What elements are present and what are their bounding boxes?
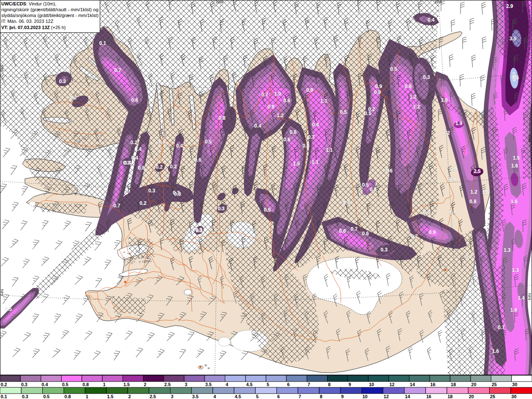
svg-text:20W: 20W: [216, 0, 224, 4]
svg-text:0.4: 0.4: [131, 155, 138, 161]
svg-text:1.6: 1.6: [511, 199, 518, 204]
svg-text:0.9: 0.9: [429, 229, 436, 235]
svg-text:0.2: 0.2: [368, 106, 375, 112]
svg-text:6: 6: [287, 382, 290, 387]
svg-text:66N: 66N: [527, 135, 532, 142]
svg-text:4.5: 4.5: [512, 75, 519, 81]
svg-text:8: 8: [320, 394, 323, 399]
svg-text:0.3: 0.3: [22, 394, 28, 399]
svg-text:0.5: 0.5: [340, 109, 347, 115]
svg-text:0.6: 0.6: [339, 228, 346, 234]
svg-text:25: 25: [492, 382, 497, 387]
svg-text:64N: 64N: [0, 289, 4, 296]
svg-text:0.6: 0.6: [283, 137, 291, 143]
svg-text:0.4: 0.4: [124, 160, 131, 166]
svg-text:0.2: 0.2: [1, 382, 7, 387]
svg-text:0.9: 0.9: [375, 84, 382, 89]
svg-text:16: 16: [426, 394, 431, 399]
svg-text:12: 12: [389, 382, 394, 387]
svg-text:0.4: 0.4: [42, 382, 48, 387]
svg-text:1.0: 1.0: [449, 209, 456, 215]
svg-text:0.8: 0.8: [405, 84, 412, 89]
svg-text:1.3: 1.3: [512, 267, 519, 273]
svg-text:0.2: 0.2: [131, 140, 138, 145]
svg-text:25: 25: [490, 394, 495, 399]
svg-text:2.5: 2.5: [474, 168, 481, 174]
svg-text:0.8: 0.8: [138, 165, 145, 171]
svg-text:14: 14: [410, 382, 415, 387]
svg-text:0.4: 0.4: [312, 122, 319, 128]
svg-text:1.6: 1.6: [511, 163, 518, 169]
svg-text:6: 6: [277, 394, 280, 399]
svg-text:3.5: 3.5: [510, 36, 517, 42]
svg-text:0.8: 0.8: [290, 129, 297, 135]
svg-text:7: 7: [298, 394, 301, 399]
svg-text:1.5: 1.5: [123, 382, 130, 387]
svg-text:UWC/ECDS: Vindur (10m),: UWC/ECDS: Vindur (10m),: [1, 1, 56, 6]
svg-text:15W: 15W: [434, 0, 442, 4]
svg-text:30: 30: [512, 382, 517, 387]
svg-text:0.9: 0.9: [374, 89, 381, 95]
svg-text:1.2: 1.2: [413, 104, 420, 110]
svg-text:66N: 66N: [0, 64, 4, 71]
svg-text:3: 3: [171, 394, 173, 399]
svg-text:rigning/skúrir (grænt/blátt/ra: rigning/skúrir (grænt/blátt/rautt - mm/1…: [1, 7, 99, 12]
svg-text:0.7: 0.7: [113, 203, 121, 209]
svg-text:1.5: 1.5: [293, 161, 300, 167]
svg-text:0.3: 0.3: [423, 74, 430, 80]
svg-text:1.6: 1.6: [482, 189, 489, 195]
svg-text:0.6: 0.6: [386, 168, 393, 174]
svg-text:0.7: 0.7: [261, 92, 268, 98]
svg-text:0.3: 0.3: [21, 382, 27, 387]
svg-text:0.6: 0.6: [131, 97, 138, 103]
svg-text:0.5: 0.5: [362, 182, 369, 188]
svg-text:1.4: 1.4: [518, 295, 525, 301]
svg-text:64N: 64N: [527, 293, 532, 300]
svg-text:0.8: 0.8: [470, 199, 477, 204]
svg-text:0.4: 0.4: [159, 139, 166, 145]
svg-text:0.1: 0.1: [1, 394, 7, 399]
svg-text:0.7: 0.7: [498, 325, 505, 330]
svg-text:0.5: 0.5: [43, 394, 49, 399]
svg-text:0.7: 0.7: [466, 254, 473, 260]
svg-text:0.9: 0.9: [449, 177, 456, 182]
svg-text:0.8: 0.8: [82, 382, 89, 387]
svg-text:0.9: 0.9: [306, 87, 313, 93]
svg-text:0.6: 0.6: [343, 200, 350, 206]
svg-text:0.3: 0.3: [173, 190, 180, 196]
svg-text:slydda/snjókoma (grátt/bleikt/: slydda/snjókoma (grátt/bleikt/grænt - mm…: [1, 13, 99, 18]
svg-text:0.8: 0.8: [64, 394, 71, 399]
svg-text:IT: Mán. 06. 03. 2023 12Z: IT: Mán. 06. 03. 2023 12Z: [1, 19, 54, 24]
svg-text:2: 2: [128, 394, 131, 399]
svg-text:0.4: 0.4: [423, 209, 430, 215]
svg-text:0.2: 0.2: [140, 200, 147, 206]
svg-text:0.8: 0.8: [303, 143, 310, 149]
svg-text:0.5: 0.5: [390, 66, 397, 72]
svg-text:0.2: 0.2: [70, 95, 77, 101]
svg-text:0.9: 0.9: [450, 166, 457, 172]
svg-text:5: 5: [256, 394, 259, 399]
svg-text:VT: þri. 07.03.2023 13Z (+25 h: VT: þri. 07.03.2023 13Z (+25 h): [1, 25, 66, 30]
svg-text:0.9: 0.9: [268, 104, 275, 110]
svg-text:0.8: 0.8: [219, 115, 226, 121]
svg-text:0.6: 0.6: [195, 157, 202, 163]
svg-text:3: 3: [185, 382, 187, 387]
svg-text:0.2: 0.2: [64, 67, 71, 73]
svg-text:14: 14: [405, 394, 410, 399]
svg-text:8: 8: [328, 382, 330, 387]
svg-text:0.2: 0.2: [170, 164, 177, 170]
svg-text:4: 4: [214, 394, 217, 399]
svg-text:2.9: 2.9: [506, 3, 513, 9]
svg-text:12: 12: [384, 394, 389, 399]
svg-text:0.1: 0.1: [99, 40, 106, 46]
svg-text:1.5: 1.5: [107, 394, 113, 399]
svg-text:4: 4: [226, 382, 229, 387]
svg-text:0.4: 0.4: [428, 17, 435, 23]
svg-text:0.6: 0.6: [362, 231, 369, 236]
svg-text:0.4: 0.4: [135, 146, 142, 152]
svg-text:0.7: 0.7: [411, 234, 418, 239]
svg-text:7: 7: [308, 382, 310, 387]
svg-text:1.5: 1.5: [513, 155, 520, 161]
svg-text:4.5: 4.5: [235, 394, 241, 399]
svg-text:1.6: 1.6: [441, 97, 448, 103]
